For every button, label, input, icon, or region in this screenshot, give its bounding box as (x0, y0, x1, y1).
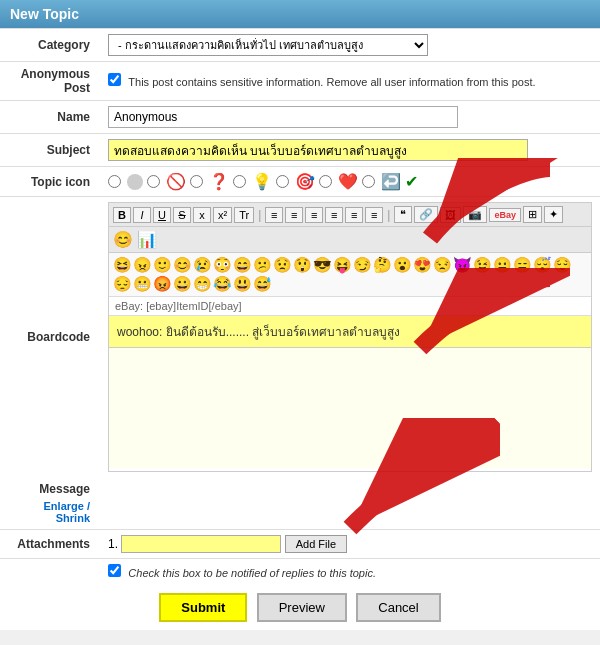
anonymous-cell: This post contains sensitive information… (100, 62, 600, 101)
preview-button[interactable]: Preview (257, 593, 347, 622)
subscribe-checkbox[interactable] (108, 564, 121, 577)
emoji-item[interactable]: 😑 (513, 256, 532, 274)
add-file-btn[interactable]: Add File (285, 535, 347, 553)
emoji-item[interactable]: 😉 (473, 256, 492, 274)
tr-btn[interactable]: Tr (234, 207, 254, 223)
icon-check[interactable]: ✔ (405, 172, 418, 191)
emoji-item[interactable]: 😮 (393, 256, 412, 274)
icon-heart[interactable]: ❤️ (338, 172, 358, 191)
align-right-btn[interactable]: ≡ (345, 207, 363, 223)
subscribe-row: Check this box to be notified of replies… (0, 559, 600, 586)
icon-arrow[interactable]: ↩️ (381, 172, 401, 191)
toolbar-row-1: B I U S x x² Tr | ≡ ≡ ≡ ≡ ≡ (109, 203, 591, 227)
icon-question[interactable]: ❓ (209, 172, 229, 191)
icon-radio-5[interactable] (319, 175, 332, 188)
align-center-btn[interactable]: ≡ (325, 207, 343, 223)
icon-star[interactable]: 💡 (252, 172, 272, 191)
icon-none[interactable] (127, 174, 143, 190)
emoji-item[interactable]: 😁 (193, 275, 212, 293)
message-label: Message Enlarge / Shrink (0, 477, 100, 530)
emoji-item[interactable]: 😂 (213, 275, 232, 293)
emoji-item[interactable]: 😲 (293, 256, 312, 274)
chart-icon[interactable]: 📊 (137, 230, 157, 249)
shrink-link[interactable]: Shrink (56, 512, 90, 524)
emoji-item[interactable]: 😀 (173, 275, 192, 293)
subject-label: Subject (0, 134, 100, 167)
emoji-item[interactable]: 😈 (453, 256, 472, 274)
submit-button[interactable]: Submit (159, 593, 247, 622)
list1-btn[interactable]: ≡ (265, 207, 283, 223)
icon-radio-3[interactable] (233, 175, 246, 188)
emoji-item[interactable]: 😳 (213, 256, 232, 274)
emoji-item[interactable]: 😠 (133, 256, 152, 274)
emoji-item[interactable]: 🤔 (373, 256, 392, 274)
align-justify-btn[interactable]: ≡ (365, 207, 383, 223)
emoji-item[interactable]: 😐 (493, 256, 512, 274)
link-btn[interactable]: 🔗 (414, 206, 438, 223)
img-btn[interactable]: 🖼 (440, 207, 461, 223)
emoji-item[interactable]: 😒 (433, 256, 452, 274)
emoji-item[interactable]: 😃 (233, 275, 252, 293)
icon-radio-2[interactable] (190, 175, 203, 188)
emoji-item[interactable]: 😄 (233, 256, 252, 274)
align-left-btn[interactable]: ≡ (305, 207, 323, 223)
message-textarea[interactable] (109, 348, 591, 468)
emoji-item[interactable]: 😢 (193, 256, 212, 274)
form-container: Category - กระดานแสดงความคิดเห็นทั่วไป เ… (0, 28, 600, 630)
category-select[interactable]: - กระดานแสดงความคิดเห็นทั่วไป เทศบาลตำบล… (108, 34, 428, 56)
emoji-item[interactable]: 😏 (353, 256, 372, 274)
emoji-item[interactable]: 😎 (313, 256, 332, 274)
strike-btn[interactable]: S (173, 207, 191, 223)
emoji-item[interactable]: 😟 (273, 256, 292, 274)
emoji-item[interactable]: 😔 (113, 275, 132, 293)
emoji-item[interactable]: 😍 (413, 256, 432, 274)
emoji-item[interactable]: 😅 (253, 275, 272, 293)
italic-btn[interactable]: I (133, 207, 151, 223)
boardcode-label: Boardcode (0, 197, 100, 478)
emoji-item[interactable]: 😌 (553, 256, 572, 274)
page-wrapper: New Topic Category - กระดานแสดงความคิดเห… (0, 0, 600, 630)
emoji-item[interactable]: 😴 (533, 256, 552, 274)
cancel-button[interactable]: Cancel (356, 593, 440, 622)
emoji-item[interactable]: 😡 (153, 275, 172, 293)
emoji-item[interactable]: 😊 (173, 256, 192, 274)
emoji-item[interactable]: 🙂 (153, 256, 172, 274)
emoji-item[interactable]: 😕 (253, 256, 272, 274)
anonymous-checkbox[interactable] (108, 73, 121, 86)
icon-radio-1[interactable] (147, 175, 160, 188)
anonymous-check-label[interactable]: This post contains sensitive information… (108, 75, 536, 89)
subscribe-check-label[interactable]: Check this box to be notified of replies… (108, 566, 376, 580)
special-btn[interactable]: ✦ (544, 206, 563, 223)
emoji-item[interactable]: 😆 (113, 256, 132, 274)
attachment-input[interactable] (121, 535, 281, 553)
emoji-item[interactable]: 😬 (133, 275, 152, 293)
bold-btn[interactable]: B (113, 207, 131, 223)
anonymous-row: Anonymous Post This post contains sensit… (0, 62, 600, 101)
page-header: New Topic (0, 0, 600, 28)
table-btn[interactable]: ⊞ (523, 206, 542, 223)
category-label: Category (0, 29, 100, 62)
img2-btn[interactable]: 📷 (463, 206, 487, 223)
emoji-item[interactable]: 😝 (333, 256, 352, 274)
icon-stop[interactable]: 🚫 (166, 172, 186, 191)
icon-radio-4[interactable] (276, 175, 289, 188)
attachment-number: 1. (108, 537, 118, 551)
superscript-btn[interactable]: x² (213, 207, 232, 223)
underline-btn[interactable]: U (153, 207, 171, 223)
subject-input[interactable] (108, 139, 528, 161)
enlarge-link[interactable]: Enlarge (44, 500, 84, 512)
quote-btn[interactable]: ❝ (394, 206, 412, 223)
subscript-btn[interactable]: x (193, 207, 211, 223)
icon-radio-6[interactable] (362, 175, 375, 188)
anonymous-text: This post contains sensitive information… (128, 76, 535, 88)
name-input[interactable] (108, 106, 458, 128)
list2-btn[interactable]: ≡ (285, 207, 303, 223)
icon-radio-none[interactable] (108, 175, 121, 188)
smiley-icon[interactable]: 😊 (113, 230, 133, 249)
topic-icon-cell: 🚫 ❓ 💡 🎯 ❤️ ↩️ ✔ (100, 167, 600, 197)
button-row: Submit Preview Cancel (0, 585, 600, 630)
topic-icon-label: Topic icon (0, 167, 100, 197)
ebay-btn[interactable]: eBay (489, 208, 521, 222)
icon-target[interactable]: 🎯 (295, 172, 315, 191)
attachments-row: Attachments 1. Add File (0, 530, 600, 559)
